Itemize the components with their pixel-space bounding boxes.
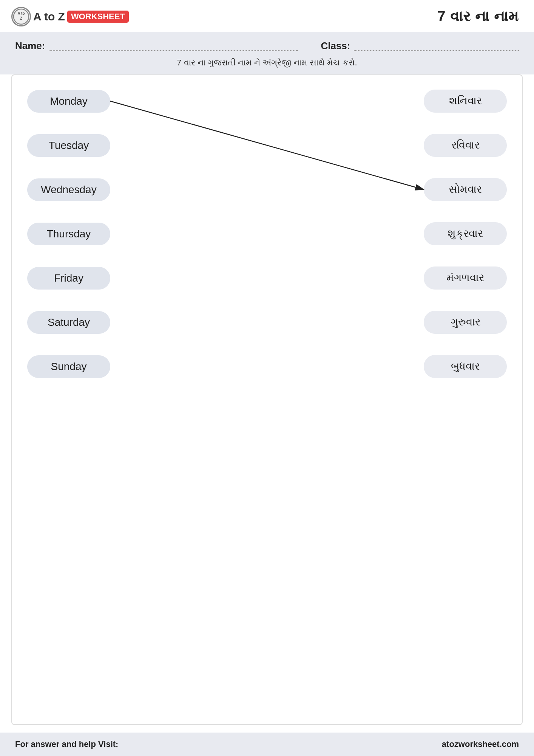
logo: A to Z A to Z WORKSHEET — [11, 7, 129, 26]
name-input[interactable] — [49, 41, 298, 51]
svg-text:Z: Z — [20, 16, 22, 20]
match-row-saturday: Saturday ગુરુવાર — [23, 300, 511, 344]
name-class-row: Name: Class: — [15, 40, 519, 52]
class-label: Class: — [321, 40, 350, 52]
logo-worksheet: WORKSHEET — [67, 11, 129, 23]
gujarati-shukravar: શુક્રવાર — [424, 222, 507, 245]
footer-website: atozworksheet.com — [442, 739, 519, 749]
day-tuesday: Tuesday — [27, 134, 110, 157]
logo-icon: A to Z — [11, 7, 31, 26]
footer-left-text: For answer and help Visit: — [15, 739, 118, 749]
class-input[interactable] — [354, 41, 519, 51]
class-field-group: Class: — [321, 40, 519, 52]
day-thursday: Thursday — [27, 223, 110, 245]
name-label: Name: — [15, 40, 45, 52]
day-monday: Monday — [27, 90, 110, 113]
page-title: 7 વાર ના નામ — [437, 8, 519, 25]
match-row-friday: Friday મંગળવાર — [23, 256, 511, 300]
gujarati-mangalvar: મંગળવાર — [424, 266, 507, 290]
gujarati-ravivar: રવિવાર — [424, 134, 507, 157]
main-content: Monday શનિવાર Tuesday રવિવાર Wednesday સ… — [11, 74, 523, 725]
name-field-group: Name: — [15, 40, 298, 52]
match-row-monday: Monday શનિવાર — [23, 79, 511, 123]
gujarati-shanivar: શનિવાર — [424, 90, 507, 113]
logo-az: A to Z — [33, 10, 65, 23]
gujarati-somvar: સોમવાર — [424, 178, 507, 201]
gujarati-guruvar: ગુરુવાર — [424, 311, 507, 334]
match-row-tuesday: Tuesday રવિવાર — [23, 123, 511, 167]
footer: For answer and help Visit: atozworksheet… — [0, 733, 534, 756]
day-wednesday: Wednesday — [27, 178, 110, 201]
form-area: Name: Class: 7 વાર ના ગુજરાતી નામ ને અંગ… — [0, 32, 534, 74]
svg-text:A to: A to — [17, 11, 25, 15]
header: A to Z A to Z WORKSHEET 7 વાર ના નામ — [0, 0, 534, 32]
match-row-thursday: Thursday શુક્રવાર — [23, 212, 511, 256]
instruction: 7 વાર ના ગુજરાતી નામ ને અંગ્રેજી નામ સાથ… — [15, 58, 519, 68]
gujarati-budhvar: બુધવાર — [424, 355, 507, 378]
day-sunday: Sunday — [27, 355, 110, 378]
matching-container: Monday શનિવાર Tuesday રવિવાર Wednesday સ… — [12, 79, 522, 389]
day-friday: Friday — [27, 267, 110, 290]
match-row-sunday: Sunday બુધવાર — [23, 344, 511, 389]
day-saturday: Saturday — [27, 311, 110, 334]
match-row-wednesday: Wednesday સોમવાર — [23, 167, 511, 212]
